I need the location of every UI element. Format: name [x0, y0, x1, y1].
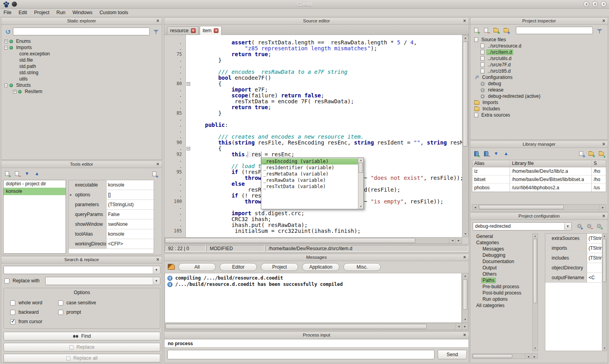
- column-library-file[interactable]: Library file: [510, 160, 592, 167]
- completion-scrollbar[interactable]: ▴ ▾: [358, 158, 363, 209]
- tree-item-includes[interactable]: Includes: [471, 106, 607, 112]
- property-value[interactable]: <C: [587, 273, 603, 282]
- add-include-folder-icon[interactable]: +: [502, 26, 510, 34]
- replace-all-button[interactable]: Replace all: [4, 354, 160, 362]
- close-window-icon[interactable]: ×: [601, 1, 607, 7]
- scroll-left-icon[interactable]: ◂: [455, 324, 462, 329]
- dropdown-arrow-icon[interactable]: ▾: [153, 278, 160, 284]
- scroll-thumb[interactable]: [533, 239, 537, 303]
- scroll-thumb[interactable]: [359, 163, 363, 173]
- scroll-up-icon[interactable]: ▴: [358, 158, 363, 163]
- messages-hscrollbar[interactable]: ◂ ▸: [165, 323, 468, 330]
- scroll-down-icon[interactable]: ▾: [358, 204, 363, 209]
- categories-vscrollbar[interactable]: ▴ ▾: [532, 233, 538, 351]
- property-value[interactable]: (TStringList): [587, 234, 603, 243]
- close-panel-icon[interactable]: ×: [462, 18, 468, 24]
- process-input-field[interactable]: [167, 350, 435, 359]
- scroll-right-icon[interactable]: ▸: [462, 324, 468, 329]
- scroll-down-icon[interactable]: ▾: [462, 317, 468, 322]
- property-value[interactable]: (TStringList): [106, 200, 154, 209]
- option-case-sensitive[interactable]: case sensitive: [58, 299, 96, 306]
- add-library-icon[interactable]: +: [472, 150, 480, 157]
- library-hscrollbar[interactable]: ◂ ▸: [472, 204, 606, 210]
- menu-run[interactable]: Run: [53, 9, 69, 16]
- tree-item-src-e7f-d[interactable]: ../src/e7F.d: [471, 62, 607, 68]
- code-line[interactable]: . scope(failure) return false;: [164, 93, 462, 99]
- symbol-search-input[interactable]: [13, 27, 150, 35]
- tree-item-source-files[interactable]: Source files: [471, 37, 607, 43]
- code-line[interactable]: .: [164, 116, 462, 122]
- add-source-icon[interactable]: +: [472, 26, 480, 34]
- fold-marker-icon[interactable]: −: [187, 147, 190, 150]
- fold-marker-icon[interactable]: −: [187, 82, 190, 86]
- scroll-thumb[interactable]: [479, 205, 564, 209]
- code-line[interactable]: .− {: [164, 146, 462, 152]
- property-value[interactable]: False: [106, 210, 154, 219]
- code-line[interactable]: . }: [164, 57, 462, 63]
- open-library-file-icon[interactable]: +: [587, 150, 595, 157]
- expand-icon[interactable]: ▸: [70, 190, 72, 199]
- configuration-settings-icon[interactable]: +: [575, 222, 583, 230]
- move-library-up-icon[interactable]: ▲: [502, 150, 510, 157]
- tree-item-paths[interactable]: Paths: [472, 277, 532, 284]
- scroll-down-icon[interactable]: ▾: [602, 346, 607, 351]
- tree-item-messages[interactable]: Messages: [472, 246, 532, 252]
- tree-item-src-resource-d[interactable]: ../src/resource.d: [471, 43, 607, 49]
- scroll-thumb[interactable]: [603, 239, 606, 282]
- close-panel-icon[interactable]: ×: [601, 213, 607, 219]
- code-line[interactable]: 92 this._res = resEnc;: [164, 152, 462, 157]
- code-line[interactable]: . CRC32 ihash;: [164, 216, 462, 222]
- tree-item-debug[interactable]: debug: [471, 80, 607, 87]
- scroll-up-icon[interactable]: ▴: [462, 35, 468, 41]
- configuration-selector[interactable]: debug-redirected ▾: [473, 222, 572, 230]
- code-line[interactable]: . import e7F;: [164, 87, 462, 93]
- expand-icon[interactable]: +: [4, 40, 8, 43]
- checkbox-case-sensitive[interactable]: [58, 300, 63, 305]
- library-row-iz[interactable]: iz/home/basile/Dev/Iz/lib/iz.a/ho: [472, 167, 606, 176]
- property-value[interactable]: (TStringList): [587, 243, 603, 253]
- code-line[interactable]: 75 return true;: [164, 51, 462, 57]
- checkbox-prompt[interactable]: [58, 310, 63, 315]
- scroll-down-icon[interactable]: ▾: [533, 346, 537, 351]
- completion-item[interactable]: _resIdentifier (variable): [261, 165, 358, 171]
- scroll-up-icon[interactable]: ▴: [462, 273, 468, 279]
- move-library-down-icon[interactable]: ▼: [492, 150, 500, 157]
- scroll-left-icon[interactable]: ◂: [525, 354, 531, 359]
- move-tool-down-icon[interactable]: ▼: [23, 170, 31, 177]
- tab-close-icon[interactable]: ×: [191, 28, 196, 33]
- collapse-icon[interactable]: −: [4, 84, 8, 87]
- remove-tool-icon[interactable]: −: [13, 170, 21, 177]
- replace-button[interactable]: Replace: [4, 343, 160, 351]
- library-row-bitset[interactable]: bitset/home/basile/Dev/Bitset/lib/bitset…: [472, 176, 606, 184]
- menu-edit[interactable]: Edit: [15, 9, 31, 16]
- property-value[interactable]: (TStringList): [587, 253, 603, 263]
- editor-vscrollbar[interactable]: ▴ ▾: [462, 35, 469, 237]
- tree-item-enums[interactable]: +Enums: [2, 38, 161, 44]
- register-library-project-icon[interactable]: ▴: [597, 150, 605, 157]
- scroll-up-icon[interactable]: ▴: [602, 234, 607, 238]
- scroll-left-icon[interactable]: ◂: [449, 238, 455, 243]
- scroll-up-icon[interactable]: ▴: [533, 234, 537, 238]
- scroll-thumb[interactable]: [463, 42, 468, 146]
- tree-item-imports[interactable]: −Imports: [2, 44, 161, 51]
- tree-item-all-categories[interactable]: All categories: [472, 302, 532, 309]
- refresh-symbols-icon[interactable]: [4, 28, 12, 35]
- close-panel-icon[interactable]: ×: [601, 141, 607, 147]
- messages-vscrollbar[interactable]: ▴ ▾: [462, 273, 468, 323]
- close-panel-icon[interactable]: ×: [462, 254, 468, 260]
- categories-hscrollbar[interactable]: ◂ ▸: [472, 353, 538, 359]
- add-configuration-icon[interactable]: +: [595, 222, 603, 230]
- filter-application[interactable]: Application: [302, 263, 339, 271]
- filter-editor[interactable]: Editor: [220, 263, 257, 271]
- tool-item-dolphin-project-dir[interactable]: dolphin - project dir: [4, 180, 66, 188]
- code-line[interactable]: . return true;: [164, 104, 462, 110]
- search-term-combo[interactable]: ▾: [4, 266, 160, 274]
- inspector-search-input[interactable]: [516, 27, 593, 34]
- scroll-thumb[interactable]: [165, 324, 427, 329]
- tree-item-release[interactable]: release: [471, 87, 607, 93]
- code-line[interactable]: . assert(_resTxtData.length == _resRawDa…: [164, 40, 462, 46]
- tree-item-post-build-process[interactable]: Post-build process: [472, 290, 532, 296]
- scroll-thumb[interactable]: [473, 354, 512, 358]
- code-line[interactable]: . /// creates and encodes a new resource…: [164, 134, 462, 140]
- collapse-icon[interactable]: −: [4, 46, 8, 49]
